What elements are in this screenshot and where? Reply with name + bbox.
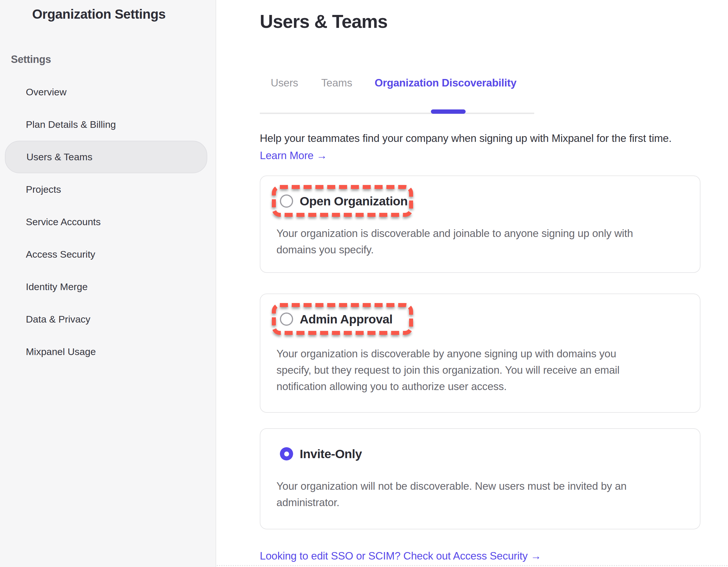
option-description-line: administrator. (276, 494, 627, 511)
option-description-admin-approval: Your organization is discoverable by any… (276, 346, 619, 395)
sidebar-item-data-privacy[interactable]: Data & Privacy (5, 303, 207, 336)
option-label-admin-approval: Admin Approval (300, 312, 392, 326)
sidebar-item-users-teams[interactable]: Users & Teams (5, 141, 207, 173)
option-header: Admin Approval (280, 313, 392, 326)
option-label-invite-only: Invite-Only (300, 447, 362, 461)
sidebar: Organization Settings Settings Overview … (0, 0, 216, 567)
radio-admin-approval[interactable] (280, 313, 293, 326)
option-card-open-organization[interactable]: Open Organization Your organization is d… (260, 175, 700, 273)
option-description-invite-only: Your organization will not be discoverab… (276, 478, 627, 511)
sidebar-title: Organization Settings (32, 6, 166, 22)
option-header: Open Organization (280, 194, 408, 208)
option-description-line: Your organization is discoverable by any… (276, 346, 619, 362)
page-title: Users & Teams (260, 11, 388, 32)
option-description-line: Your organization will not be discoverab… (276, 478, 627, 494)
option-card-invite-only[interactable]: Invite-Only Your organization will not b… (260, 428, 700, 529)
sidebar-nav: Overview Plan Details & Billing Users & … (5, 76, 207, 368)
tabs-underline (260, 113, 534, 114)
organization-settings-page: Organization Settings Settings Overview … (0, 0, 728, 567)
option-description-open-organization: Your organization is discoverable and jo… (276, 225, 633, 258)
tab-teams[interactable]: Teams (321, 77, 352, 89)
intro-text: Help your teammates find your company wh… (260, 132, 672, 144)
sidebar-section-label: Settings (11, 53, 51, 65)
option-label-open-organization: Open Organization (300, 194, 408, 208)
option-description-line: specify, but they request to join this o… (276, 362, 619, 378)
option-description-line: notification allowing you to authorize u… (276, 378, 619, 395)
tab-bar: Users Teams Organization Discoverability (260, 77, 534, 114)
sidebar-item-access-security[interactable]: Access Security (5, 238, 207, 270)
radio-invite-only[interactable] (280, 447, 293, 460)
learn-more-link[interactable]: Learn More → (260, 150, 327, 162)
tab-organization-discoverability[interactable]: Organization Discoverability (375, 77, 516, 89)
sidebar-item-identity-merge[interactable]: Identity Merge (5, 270, 207, 303)
access-security-link[interactable]: Looking to edit SSO or SCIM? Check out A… (260, 550, 541, 562)
sidebar-item-plan-details-billing[interactable]: Plan Details & Billing (5, 108, 207, 141)
radio-open-organization[interactable] (280, 194, 293, 208)
option-card-admin-approval[interactable]: Admin Approval Your organization is disc… (260, 294, 700, 413)
main-content: Users & Teams Users Teams Organization D… (217, 0, 728, 567)
option-description-line: domains you specify. (276, 241, 633, 258)
sidebar-item-projects[interactable]: Projects (5, 173, 207, 206)
option-description-line: Your organization is discoverable and jo… (276, 225, 633, 241)
sidebar-item-service-accounts[interactable]: Service Accounts (5, 206, 207, 238)
active-tab-indicator (431, 109, 466, 114)
tab-users[interactable]: Users (271, 77, 298, 89)
bottom-divider (217, 565, 728, 566)
sidebar-item-mixpanel-usage[interactable]: Mixpanel Usage (5, 336, 207, 368)
sidebar-item-overview[interactable]: Overview (5, 76, 207, 108)
option-header: Invite-Only (280, 447, 362, 460)
